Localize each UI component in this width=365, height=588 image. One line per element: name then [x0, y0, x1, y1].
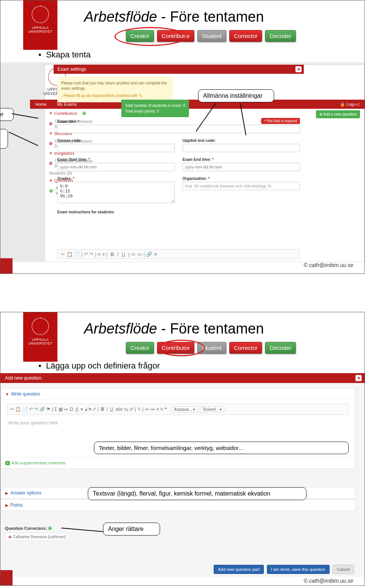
nav-home[interactable]: Home: [30, 102, 52, 106]
add-part-button[interactable]: Add new question part: [214, 565, 263, 574]
role-creator: Creator: [126, 342, 154, 354]
delete-icon: ⊘: [8, 535, 11, 539]
cancel-button[interactable]: Cancel: [333, 565, 354, 574]
callout-content-types: Texter, bilder, filmer, formelsamlingar,…: [94, 442, 349, 454]
input-start-time[interactable]: [57, 163, 175, 171]
credit: © cath@imbim.uu.se: [304, 262, 353, 268]
role-decoder: Decoder: [265, 342, 296, 354]
highlight-circle-creator: [114, 27, 187, 46]
label-grades: Grades: *: [57, 176, 175, 181]
pointer-line: [12, 113, 38, 119]
uu-seal-icon: [32, 318, 49, 335]
plus-icon: +: [5, 461, 10, 465]
nav-myexams[interactable]: My Exams: [52, 102, 82, 106]
footer-buttons: Add new question part I am done, save th…: [214, 565, 354, 574]
red-footer-bar: [0, 258, 13, 273]
role-corrector: Corrector: [229, 30, 262, 42]
required-tooltip: * This field is required: [261, 118, 300, 124]
role-corrector: Corrector: [229, 342, 262, 354]
toolbar-teckenf: Teckenf... ▾: [200, 407, 225, 412]
slide-1: UPPSALA UNIVERSITET Arbetsflöde - Före t…: [0, 0, 365, 274]
corrector-chip[interactable]: ⊘Catharina Svensson [cathsven]: [5, 533, 69, 541]
save-question-button[interactable]: I am done, save this question: [267, 565, 330, 574]
label-start: Exam Start time: *: [57, 157, 175, 162]
plus-icon: ⊕: [49, 188, 53, 194]
callout-correctors: Anger rättare: [103, 523, 160, 536]
input-course-code[interactable]: [57, 144, 175, 152]
add-question-button[interactable]: ⊕ Add a new question: [316, 110, 360, 118]
editor-toolbar[interactable]: ✂ 📋 📄 | ↶ ↷ | ≡ ≡ | B I U | ≔ ≔ | 🔗 ✕: [57, 249, 300, 259]
delete-icon: ⊘: [49, 121, 52, 126]
label-course-code: Course code:: [57, 138, 175, 143]
info-note: Please note that you may return anytime …: [57, 77, 173, 102]
plus-icon[interactable]: ⊕: [48, 525, 52, 531]
title-italic: Arbetsflöde: [84, 9, 157, 25]
add-supplementary-link[interactable]: +Add supplementary materials: [1, 457, 355, 468]
credit: © cath@imbim.uu.se: [304, 578, 353, 584]
write-question-header[interactable]: ▼Write question: [1, 389, 355, 400]
input-uppdok[interactable]: [182, 144, 300, 152]
chevron-down-icon: ▼: [5, 392, 9, 396]
close-icon[interactable]: ✕: [295, 66, 302, 72]
uu-subname: UNIVERSITET: [29, 30, 52, 34]
write-question-panel: ▼Write question ✂ 📋 📄 ↶ ↷ 🔗 ⚑ | Σ ▦ ≔ Ω …: [0, 388, 355, 469]
bullet-skapa: • Skapa tenta: [38, 50, 90, 60]
uu-logo: UPPSALA UNIVERSITET: [23, 0, 57, 50]
points-section[interactable]: ▶Points: [0, 499, 355, 511]
exam-stats: Total number of students in exam: 0 Tota…: [121, 100, 189, 117]
slide-title: Arbetsflöde - Före tentamen: [84, 9, 264, 25]
close-icon[interactable]: ✕: [355, 375, 362, 381]
toolbar-anpassa: Anpassa... ▾: [171, 407, 198, 412]
exam-settings-header: Exam settings ✕: [54, 65, 304, 74]
bullet-lagga: • Lägga upp och definiera frågor: [38, 361, 160, 371]
input-end-time[interactable]: [182, 163, 300, 171]
red-footer-bar: [0, 570, 13, 585]
callout-answer-types: Textsvar (längd), flerval, figur, kemisk…: [88, 487, 306, 500]
callout-roles: Tilldela roller: [0, 108, 14, 121]
role-decoder: Decoder: [265, 30, 296, 42]
uu-logo: UPPSALA UNIVERSITET: [23, 312, 57, 362]
delete-icon: ⊘: [49, 141, 52, 146]
uu-seal-icon: [32, 6, 49, 23]
input-grades[interactable]: U:0 G:15 VG:20: [57, 182, 175, 203]
input-org[interactable]: [182, 182, 300, 190]
title-rest: - Före tentamen: [157, 9, 264, 25]
delete-icon: ⊘: [49, 161, 52, 166]
role-student: Student: [197, 30, 226, 42]
role-flow: Creator Contributor Student Corrector De…: [126, 342, 296, 354]
label-instructions: Exam instructions for students:: [57, 210, 300, 214]
add-question-header: Add new question. ✕: [0, 373, 365, 383]
label-org: Organization: *: [182, 176, 300, 181]
plus-icon: ⊕: [82, 110, 86, 116]
highlight-circle-contributor: [157, 340, 205, 356]
input-exam-title[interactable]: [57, 125, 300, 133]
callout-students: Lägga till studenter: [0, 129, 8, 149]
slide-2: UPPSALA UNIVERSITET Arbetsflöde - Före t…: [0, 312, 365, 586]
gear-icon[interactable]: ⚙: [353, 100, 359, 109]
question-textarea[interactable]: Write your question here: [1, 415, 355, 442]
pointer-line: [9, 132, 38, 146]
chevron-right-icon: ▶: [5, 503, 8, 507]
slide-title: Arbetsflöde - Före tentamen: [84, 321, 264, 337]
callout-settings: Allmänna inställningar: [198, 89, 274, 102]
screenshot-area: UPPSALA UNIVERSITET Home My Exams 🔒 Logo…: [0, 62, 365, 262]
screenshot-area-2: Add new question. ✕ ▼Write question ✂ 📋 …: [0, 373, 365, 577]
label-end: Exam End time: *: [182, 157, 300, 162]
chevron-right-icon: ▶: [5, 491, 8, 495]
sidebar-contributors[interactable]: ▼Contributors ⊕: [47, 109, 98, 118]
rich-editor-toolbar[interactable]: ✂ 📋 📄 ↶ ↷ 🔗 ⚑ | Σ ▦ ≔ Ω A▾ 🖌▾ ⤢ | B I U …: [7, 404, 349, 415]
exam-form: Exam title: * * This field is required C…: [57, 119, 300, 215]
label-uppdok: Uppdok test code:: [182, 138, 300, 143]
question-correctors: Question Correctors:⊕ ⊘Catharina Svensso…: [5, 525, 69, 541]
